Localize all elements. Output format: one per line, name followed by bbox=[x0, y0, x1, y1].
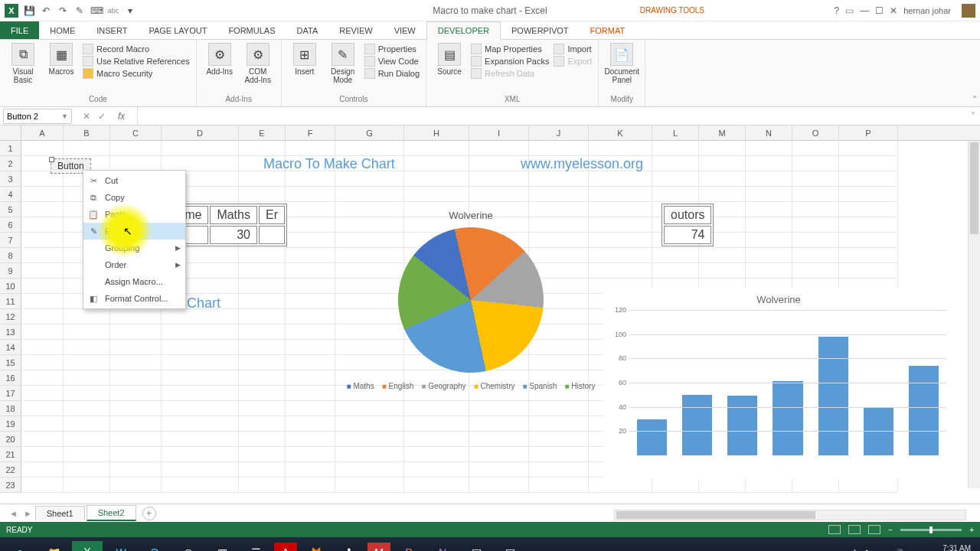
cell[interactable] bbox=[652, 248, 699, 263]
undo-icon[interactable]: ↶ bbox=[40, 5, 52, 17]
cell[interactable] bbox=[21, 324, 64, 340]
cell[interactable] bbox=[162, 462, 239, 478]
cell[interactable]: Er bbox=[259, 206, 285, 224]
cell[interactable] bbox=[239, 478, 286, 493]
cell[interactable] bbox=[839, 141, 898, 156]
pie-chart[interactable]: Wolverine Maths English Geography Chemis… bbox=[337, 210, 605, 390]
cell[interactable] bbox=[21, 309, 64, 324]
cell[interactable] bbox=[335, 187, 404, 202]
tab-insert[interactable]: INSERT bbox=[86, 21, 138, 39]
taskbar-onenote-icon[interactable]: N bbox=[427, 541, 458, 551]
cell[interactable] bbox=[64, 355, 110, 370]
cell[interactable] bbox=[162, 370, 239, 386]
cell[interactable] bbox=[21, 263, 64, 279]
sheet-nav-prev-icon[interactable]: ◄ bbox=[6, 509, 21, 518]
cell[interactable] bbox=[404, 141, 469, 156]
taskbar-app-icon[interactable]: ▦ bbox=[207, 541, 237, 551]
ctx-format-control[interactable]: ◧Format Control... bbox=[83, 290, 185, 307]
cell[interactable] bbox=[239, 386, 286, 401]
new-sheet-button[interactable]: + bbox=[142, 507, 156, 520]
cell[interactable] bbox=[286, 233, 335, 248]
col-header[interactable]: E bbox=[239, 126, 286, 140]
cell[interactable] bbox=[286, 202, 335, 217]
cell[interactable] bbox=[21, 340, 64, 355]
cell[interactable] bbox=[589, 478, 652, 493]
cell[interactable] bbox=[239, 340, 286, 355]
cell[interactable] bbox=[746, 233, 792, 248]
redo-icon[interactable]: ↷ bbox=[57, 5, 69, 17]
cell[interactable] bbox=[110, 478, 162, 493]
tab-developer[interactable]: DEVELOPER bbox=[426, 21, 501, 40]
cell[interactable] bbox=[335, 432, 404, 447]
col-header[interactable]: H bbox=[404, 126, 469, 140]
cell[interactable] bbox=[404, 432, 469, 447]
help-icon[interactable]: ? bbox=[835, 5, 840, 16]
zoom-out-icon[interactable]: − bbox=[888, 526, 893, 534]
col-header[interactable]: C bbox=[110, 126, 162, 140]
cell[interactable] bbox=[286, 370, 335, 386]
minimize-icon[interactable]: — bbox=[860, 5, 869, 16]
cell[interactable] bbox=[21, 462, 64, 478]
cell[interactable] bbox=[21, 279, 64, 294]
zoom-slider[interactable] bbox=[900, 529, 962, 531]
document-panel-button[interactable]: 📄Document Panel bbox=[605, 43, 639, 84]
sheet-nav-next-icon[interactable]: ► bbox=[21, 509, 35, 518]
cell[interactable] bbox=[469, 416, 529, 432]
cell[interactable] bbox=[792, 233, 839, 248]
row-header[interactable]: 6 bbox=[0, 217, 21, 233]
sheet-tab[interactable]: Sheet2 bbox=[87, 505, 136, 521]
qat-icon[interactable]: abc bbox=[107, 5, 119, 17]
qat-icon[interactable]: ⌨ bbox=[90, 5, 103, 17]
row-header[interactable]: 8 bbox=[0, 248, 21, 263]
cell[interactable] bbox=[404, 478, 469, 493]
ctx-edit-text[interactable]: ✎Edit Text bbox=[83, 223, 185, 240]
view-normal-icon[interactable] bbox=[828, 525, 841, 534]
cell[interactable] bbox=[404, 187, 469, 202]
cell[interactable] bbox=[404, 462, 469, 478]
expansion-packs-button[interactable]: Expansion Packs bbox=[471, 55, 549, 67]
cell-text[interactable]: Macro To Make Chart bbox=[263, 156, 395, 172]
cell[interactable] bbox=[64, 370, 110, 386]
import-button[interactable]: Import bbox=[554, 43, 592, 55]
cell[interactable] bbox=[529, 447, 589, 462]
map-properties-button[interactable]: Map Properties bbox=[471, 43, 549, 55]
name-box[interactable]: Button 2▼ bbox=[3, 109, 72, 124]
chevron-down-icon[interactable]: ▼ bbox=[61, 112, 68, 120]
cell[interactable] bbox=[110, 416, 162, 432]
cell[interactable] bbox=[110, 432, 162, 447]
cell[interactable] bbox=[286, 416, 335, 432]
row-header[interactable]: 13 bbox=[0, 324, 21, 340]
taskbar-app-icon[interactable]: ▣ bbox=[461, 541, 492, 551]
cell[interactable] bbox=[286, 478, 335, 493]
cell[interactable]: outors bbox=[664, 206, 711, 224]
cell[interactable] bbox=[839, 263, 898, 279]
cell[interactable] bbox=[110, 447, 162, 462]
cell[interactable] bbox=[652, 478, 699, 493]
tab-page-layout[interactable]: PAGE LAYOUT bbox=[138, 21, 217, 39]
cell[interactable] bbox=[839, 171, 898, 187]
cell[interactable] bbox=[335, 447, 404, 462]
row-header[interactable]: 9 bbox=[0, 263, 21, 279]
cell[interactable] bbox=[21, 478, 64, 493]
cell[interactable] bbox=[64, 447, 110, 462]
col-header[interactable]: J bbox=[529, 126, 589, 140]
cell[interactable] bbox=[839, 478, 898, 493]
tray-up-icon[interactable]: ˄ bbox=[853, 549, 857, 552]
tab-review[interactable]: REVIEW bbox=[328, 21, 383, 39]
cell[interactable] bbox=[286, 401, 335, 416]
row-header[interactable]: 4 bbox=[0, 187, 21, 202]
cell[interactable]: 30 bbox=[210, 226, 257, 244]
save-icon[interactable]: 💾 bbox=[23, 5, 35, 17]
avatar[interactable] bbox=[962, 4, 975, 18]
insert-control-button[interactable]: ⊞Insert bbox=[288, 43, 322, 76]
row-header[interactable]: 22 bbox=[0, 462, 21, 478]
cell[interactable] bbox=[469, 447, 529, 462]
com-addins-button[interactable]: ⚙COM Add-Ins bbox=[241, 43, 275, 84]
cell[interactable] bbox=[21, 386, 64, 401]
cell[interactable] bbox=[404, 171, 469, 187]
row-header[interactable]: 12 bbox=[0, 309, 21, 324]
cell[interactable] bbox=[239, 355, 286, 370]
cell[interactable] bbox=[469, 141, 529, 156]
cell[interactable] bbox=[239, 263, 286, 279]
ctx-copy[interactable]: ⧉Copy bbox=[83, 189, 185, 206]
